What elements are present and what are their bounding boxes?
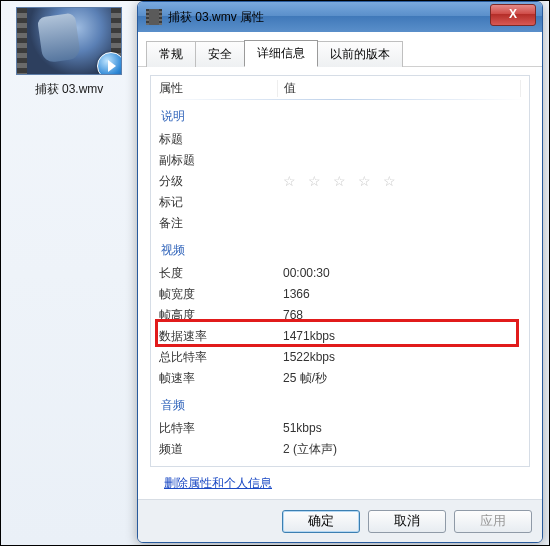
tab-security[interactable]: 安全 [195,41,245,67]
file-name-label: 捕获 03.wmv [9,81,129,98]
tab-strip: 常规 安全 详细信息 以前的版本 [138,32,542,67]
section-audio: 音频 [159,389,521,418]
close-button[interactable]: X [490,4,536,26]
prop-subtitle: 副标题 [159,150,277,171]
prop-bit-rate: 比特率 [159,418,277,439]
dialog-button-bar: 确定 取消 应用 [138,499,542,542]
prop-total-bitrate: 总比特率 [159,347,277,368]
video-thumbnail [16,7,122,75]
ok-button[interactable]: 确定 [282,510,360,533]
window-file-icon [146,9,162,25]
window-title: 捕获 03.wmv 属性 [168,9,264,26]
tab-general[interactable]: 常规 [146,41,196,67]
desktop-file-icon[interactable]: 捕获 03.wmv [9,7,129,98]
prop-frame-width: 帧宽度 [159,284,277,305]
prop-frame-height: 帧高度 [159,305,277,326]
prop-rating: 分级 [159,171,277,192]
rating-stars-icon[interactable]: ☆ ☆ ☆ ☆ ☆ [277,171,521,192]
remove-properties-link[interactable]: 删除属性和个人信息 [164,476,272,490]
col-property[interactable]: 属性 [159,80,278,97]
section-video: 视频 [159,234,521,263]
tab-previous-versions[interactable]: 以前的版本 [317,41,403,67]
prop-title: 标题 [159,129,277,150]
prop-frame-rate: 帧速率 [159,368,277,389]
apply-button[interactable]: 应用 [454,510,532,533]
play-overlay-icon [97,52,122,75]
col-value[interactable]: 值 [278,80,521,97]
cancel-button[interactable]: 取消 [368,510,446,533]
prop-data-rate: 数据速率 [159,326,277,347]
title-bar[interactable]: 捕获 03.wmv 属性 X [138,2,542,32]
section-description: 说明 [159,100,521,129]
properties-dialog: 捕获 03.wmv 属性 X 常规 安全 详细信息 以前的版本 属性 值 说明 … [137,1,543,543]
prop-comments: 备注 [159,213,277,234]
details-list[interactable]: 属性 值 说明 标题 副标题 分级☆ ☆ ☆ ☆ ☆ 标记 备注 视频 长度00… [150,75,530,467]
tab-details[interactable]: 详细信息 [244,40,318,67]
prop-length: 长度 [159,263,277,284]
prop-tags: 标记 [159,192,277,213]
